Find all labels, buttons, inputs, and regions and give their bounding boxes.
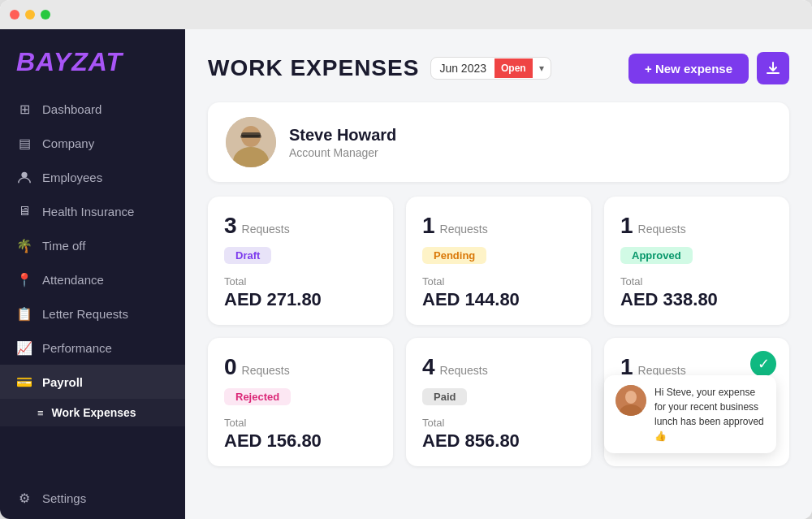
- status-badge-draft: Draft: [224, 247, 271, 264]
- status-badge-approved: Approved: [620, 247, 693, 264]
- list-icon: ≡: [37, 407, 44, 419]
- top-bar: WORK EXPENSES Jun 2023 Open ▾ + New expe…: [208, 52, 789, 84]
- stat-card-pending: 1 Requests Pending Total AED 144.80: [406, 197, 591, 325]
- titlebar: [0, 0, 812, 29]
- sidebar-item-company[interactable]: ▤ Company: [0, 126, 185, 160]
- sidebar-item-payroll[interactable]: 💳 Payroll: [0, 365, 185, 399]
- app-window: BAYZAT ⊞ Dashboard ▤ Company: [0, 0, 812, 519]
- company-icon: ▤: [16, 135, 32, 151]
- stat-count: 1: [620, 213, 633, 239]
- stat-count: 3: [224, 213, 237, 239]
- letter-requests-icon: 📋: [16, 305, 32, 322]
- stat-count: 1: [422, 213, 435, 239]
- minimize-button[interactable]: [25, 10, 35, 19]
- sidebar-item-performance[interactable]: 📈 Performance: [0, 331, 185, 365]
- stat-count: 0: [224, 354, 237, 380]
- avatar: [226, 117, 276, 167]
- total-label: Total: [422, 417, 575, 429]
- status-badge-pending: Pending: [422, 247, 486, 264]
- stat-count-row: 1 Requests: [620, 213, 773, 239]
- total-value: AED 338.80: [620, 289, 773, 310]
- sidebar-item-label: Attendance: [42, 273, 104, 287]
- settings-label: Settings: [42, 491, 86, 505]
- stat-card-paid: 4 Requests Paid Total AED 856.80: [406, 338, 591, 466]
- status-badge-paid: Paid: [422, 388, 467, 405]
- stat-requests-label: Requests: [638, 223, 686, 236]
- profile-name: Steve Howard: [289, 126, 396, 145]
- sidebar-item-work-expenses[interactable]: ≡ Work Expenses: [0, 399, 185, 426]
- sidebar-item-label: Health Insurance: [42, 205, 134, 218]
- period-badge[interactable]: Jun 2023 Open ▾: [430, 57, 551, 80]
- notif-avatar: [615, 385, 646, 416]
- sidebar-item-attendance[interactable]: 📍 Attendance: [0, 262, 185, 296]
- status-badge-rejected: Rejected: [224, 388, 291, 405]
- stat-card-approved: 1 Requests Approved Total AED 338.80: [604, 197, 789, 325]
- notification-card: Hi Steve, your expense for your recent b…: [604, 375, 776, 453]
- total-label: Total: [422, 275, 575, 288]
- sidebar-item-label: Performance: [42, 341, 112, 355]
- logo: BAYZAT: [0, 29, 185, 92]
- svg-point-0: [21, 172, 27, 178]
- top-actions: + New expense: [628, 52, 789, 84]
- period-status: Open: [495, 58, 533, 78]
- sidebar-item-label: Letter Requests: [42, 307, 128, 321]
- sidebar: BAYZAT ⊞ Dashboard ▤ Company: [0, 29, 185, 519]
- total-value: AED 856.80: [422, 430, 575, 452]
- stat-requests-label: Requests: [242, 223, 290, 236]
- total-label: Total: [224, 275, 377, 288]
- dashboard-icon: ⊞: [16, 101, 32, 117]
- stat-card-approved-notif: 1 Requests ✓ Approved: [604, 338, 789, 466]
- check-icon: ✓: [750, 351, 776, 377]
- performance-icon: 📈: [16, 340, 32, 356]
- stat-requests-label: Requests: [242, 364, 290, 377]
- profile-info: Steve Howard Account Manager: [289, 126, 396, 159]
- profile-role: Account Manager: [289, 146, 396, 159]
- sidebar-item-settings[interactable]: ⚙ Settings: [0, 481, 185, 519]
- sidebar-item-label: Employees: [42, 171, 102, 184]
- settings-icon: ⚙: [16, 490, 32, 506]
- sidebar-item-label: Payroll: [42, 375, 83, 389]
- main-content: WORK EXPENSES Jun 2023 Open ▾ + New expe…: [185, 29, 812, 519]
- download-button[interactable]: [757, 52, 789, 84]
- total-value: AED 144.80: [422, 289, 575, 310]
- total-value: AED 156.80: [224, 430, 377, 452]
- period-label: Jun 2023: [431, 58, 495, 79]
- sidebar-item-letter-requests[interactable]: 📋 Letter Requests: [0, 296, 185, 331]
- sidebar-item-label: Dashboard: [42, 102, 102, 116]
- employees-icon: [16, 169, 32, 185]
- new-expense-button[interactable]: + New expense: [628, 54, 749, 84]
- attendance-icon: 📍: [16, 271, 32, 288]
- stat-count: 4: [422, 354, 435, 380]
- work-expenses-label: Work Expenses: [52, 406, 136, 419]
- sidebar-item-health-insurance[interactable]: 🖥 Health Insurance: [0, 194, 185, 228]
- page-title: WORK EXPENSES: [208, 55, 419, 81]
- total-value: AED 271.80: [224, 289, 377, 310]
- nav-list: ⊞ Dashboard ▤ Company Employees: [0, 92, 185, 481]
- stat-card-draft: 3 Requests Draft Total AED 271.80: [208, 197, 393, 325]
- close-button[interactable]: [10, 10, 19, 19]
- profile-card: Steve Howard Account Manager: [208, 102, 789, 182]
- stat-card-rejected: 0 Requests Rejected Total AED 156.80: [208, 338, 393, 466]
- health-insurance-icon: 🖥: [16, 203, 32, 219]
- stat-requests-label: Requests: [440, 223, 488, 236]
- stats-grid: 3 Requests Draft Total AED 271.80 1 Requ…: [208, 197, 789, 466]
- svg-point-7: [625, 391, 637, 404]
- app-body: BAYZAT ⊞ Dashboard ▤ Company: [0, 29, 812, 519]
- sidebar-item-label: Time off: [42, 239, 85, 253]
- sidebar-item-dashboard[interactable]: ⊞ Dashboard: [0, 92, 185, 126]
- sidebar-item-employees[interactable]: Employees: [0, 160, 185, 194]
- stat-count-row: 3 Requests: [224, 213, 377, 239]
- stat-count-row: 0 Requests: [224, 354, 377, 380]
- payroll-submenu: ≡ Work Expenses: [0, 399, 185, 426]
- time-off-icon: 🌴: [16, 237, 32, 253]
- maximize-button[interactable]: [41, 10, 50, 19]
- notification-text: Hi Steve, your expense for your recent b…: [654, 385, 765, 443]
- total-label: Total: [224, 417, 377, 429]
- stat-count-row: 4 Requests: [422, 354, 575, 380]
- chevron-down-icon[interactable]: ▾: [533, 58, 551, 78]
- svg-rect-5: [240, 135, 261, 138]
- sidebar-item-time-off[interactable]: 🌴 Time off: [0, 228, 185, 262]
- total-label: Total: [620, 275, 773, 288]
- stat-requests-label: Requests: [440, 364, 488, 377]
- stat-count-row: 1 Requests: [422, 213, 575, 239]
